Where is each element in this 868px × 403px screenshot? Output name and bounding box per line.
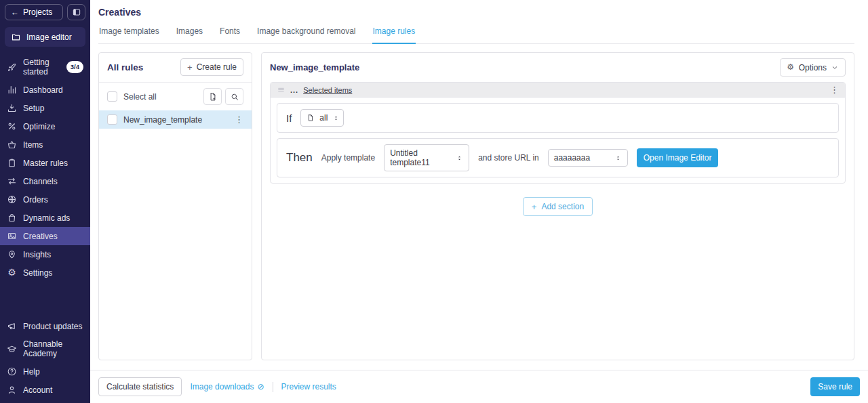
sidebar-item-account[interactable]: Account bbox=[0, 381, 90, 399]
nav-label: Dashboard bbox=[23, 85, 63, 95]
select-all-label: Select all bbox=[123, 92, 157, 102]
sidebar-item-channels[interactable]: Channels bbox=[0, 172, 90, 190]
add-section-button[interactable]: + Add section bbox=[523, 197, 593, 216]
sidebar-item-image-editor[interactable]: Image editor bbox=[5, 27, 85, 47]
sidebar-item-insights[interactable]: Insights bbox=[0, 245, 90, 263]
tab-bar: Image templates Images Fonts Image backg… bbox=[98, 26, 854, 44]
template-select[interactable]: Untitled template11 bbox=[384, 144, 469, 171]
page-header: Creatives Image templates Images Fonts I… bbox=[90, 0, 868, 44]
if-condition-box: If all bbox=[277, 103, 839, 133]
create-rule-button[interactable]: + Create rule bbox=[180, 58, 243, 76]
nav-label: Creatives bbox=[23, 232, 58, 241]
add-section-label: Add section bbox=[541, 202, 584, 211]
select-spinner-icon bbox=[456, 154, 463, 162]
nav-label: Getting started bbox=[23, 58, 60, 77]
all-rules-title: All rules bbox=[107, 62, 143, 72]
nav-label: Settings bbox=[23, 268, 52, 278]
image-downloads-link[interactable]: Image downloads ⊘ bbox=[190, 382, 264, 391]
footer-bar: Calculate statistics Image downloads ⊘ P… bbox=[90, 370, 868, 403]
help-circle-icon bbox=[7, 366, 17, 377]
user-icon bbox=[7, 385, 17, 395]
rule-editor-panel: New_image_template ⚙ Options . bbox=[261, 52, 854, 360]
section-kebab-menu-icon[interactable]: ⋮ bbox=[830, 85, 839, 94]
sidebar-item-orders[interactable]: Orders bbox=[0, 190, 90, 209]
collapse-sidebar-button[interactable] bbox=[67, 4, 85, 20]
globe-icon bbox=[7, 194, 17, 205]
rule-section: ... Selected items ⋮ If all bbox=[270, 82, 846, 184]
back-to-projects-button[interactable]: ← Projects bbox=[5, 4, 63, 20]
sidebar-item-help[interactable]: Help bbox=[0, 362, 90, 381]
sidebar-item-dynamic-ads[interactable]: Dynamic ads bbox=[0, 209, 90, 227]
nav-label: Optimize bbox=[23, 122, 55, 131]
nav-label: Orders bbox=[23, 195, 48, 205]
tab-image-rules[interactable]: Image rules bbox=[372, 26, 416, 44]
template-select-value: Untitled template11 bbox=[390, 148, 451, 167]
sidebar-item-channable-academy[interactable]: Channable Academy bbox=[0, 335, 90, 362]
sidebar-item-dashboard[interactable]: Dashboard bbox=[0, 81, 90, 99]
sidebar-item-optimize[interactable]: Optimize bbox=[0, 117, 90, 135]
create-rule-label: Create rule bbox=[197, 62, 237, 72]
then-label: Then bbox=[286, 151, 313, 165]
page-title: Creatives bbox=[98, 7, 854, 18]
rule-checkbox[interactable] bbox=[107, 114, 117, 125]
sidebar-item-creatives[interactable]: Creatives bbox=[0, 227, 90, 245]
tab-image-templates[interactable]: Image templates bbox=[98, 26, 160, 44]
select-all-checkbox[interactable] bbox=[107, 91, 117, 102]
clipboard-icon bbox=[7, 158, 17, 168]
rule-editor-title: New_image_template bbox=[270, 62, 359, 72]
image-downloads-label: Image downloads bbox=[190, 382, 254, 391]
nav-label: Channable Academy bbox=[23, 339, 83, 358]
sidebar-item-items[interactable]: Items bbox=[0, 135, 90, 154]
import-rule-button[interactable] bbox=[203, 88, 222, 105]
main-area: Creatives Image templates Images Fonts I… bbox=[90, 0, 868, 403]
sidebar-item-product-updates[interactable]: Product updates bbox=[0, 317, 90, 335]
rule-editor-header: New_image_template ⚙ Options bbox=[262, 53, 854, 82]
rule-list-item[interactable]: New_image_template ⋮ bbox=[99, 110, 252, 129]
tab-images[interactable]: Images bbox=[176, 26, 203, 44]
sidebar-item-getting-started[interactable]: Getting started 3/4 bbox=[0, 54, 90, 81]
drag-handle-icon[interactable] bbox=[277, 85, 285, 94]
basket-icon bbox=[7, 140, 17, 150]
nav-label: Account bbox=[23, 385, 52, 395]
nav-label: Insights bbox=[23, 250, 51, 259]
content-area: All rules + Create rule Select all bbox=[90, 44, 868, 370]
sidebar-spacer bbox=[0, 282, 90, 317]
search-rules-button[interactable] bbox=[225, 88, 243, 105]
folder-icon bbox=[11, 32, 21, 42]
sidebar-item-master-rules[interactable]: Master rules bbox=[0, 154, 90, 172]
then-action-box: Then Apply template Untitled template11 … bbox=[277, 138, 839, 177]
open-image-editor-button[interactable]: Open Image Editor bbox=[637, 148, 719, 167]
gear-icon: ⚙ bbox=[7, 268, 17, 278]
save-rule-button[interactable]: Save rule bbox=[810, 377, 860, 396]
rocket-icon bbox=[7, 62, 17, 72]
if-select-value: all bbox=[319, 113, 328, 123]
sidebar-nav-bottom: Product updates Channable Academy Help A… bbox=[0, 317, 90, 399]
sidebar-item-settings[interactable]: ⚙ Settings bbox=[0, 263, 90, 282]
all-rules-header: All rules + Create rule bbox=[99, 53, 252, 83]
if-select[interactable]: all bbox=[300, 109, 344, 127]
nav-label: Dynamic ads bbox=[23, 213, 70, 223]
preview-results-link[interactable]: Preview results bbox=[281, 382, 336, 391]
calculate-statistics-button[interactable]: Calculate statistics bbox=[98, 377, 182, 396]
bar-chart-icon bbox=[7, 85, 17, 95]
document-icon bbox=[307, 114, 315, 122]
all-rules-panel: All rules + Create rule Select all bbox=[98, 52, 252, 360]
ellipsis-label: ... bbox=[290, 86, 298, 94]
sidebar-top: ← Projects bbox=[0, 0, 90, 26]
nav-label: Items bbox=[23, 140, 43, 150]
file-gear-icon bbox=[208, 92, 218, 102]
slash-circle-icon: ⊘ bbox=[257, 382, 264, 391]
url-field-select[interactable]: aaaaaaaa bbox=[548, 149, 628, 167]
select-spinner-icon bbox=[332, 114, 340, 122]
tab-fonts[interactable]: Fonts bbox=[219, 26, 241, 44]
nav-label: Help bbox=[23, 367, 40, 377]
sidebar-item-setup[interactable]: Setup bbox=[0, 99, 90, 117]
if-label: If bbox=[286, 112, 292, 124]
tab-image-background-removal[interactable]: Image background removal bbox=[256, 26, 356, 44]
rule-kebab-menu-icon[interactable]: ⋮ bbox=[235, 115, 243, 124]
search-icon bbox=[230, 92, 239, 102]
sidebar: ← Projects Image editor Getting started … bbox=[0, 0, 90, 403]
gear-icon: ⚙ bbox=[787, 62, 795, 72]
options-button[interactable]: ⚙ Options bbox=[780, 58, 846, 77]
section-title-link[interactable]: Selected items bbox=[303, 86, 352, 94]
